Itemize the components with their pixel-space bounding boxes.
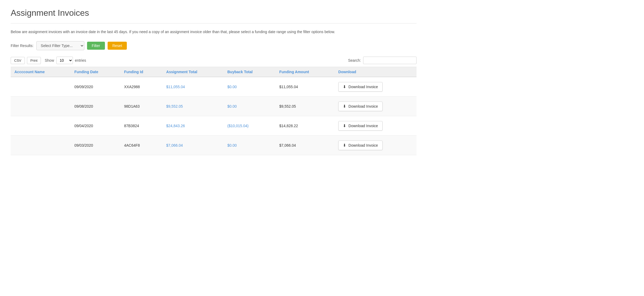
col-download: Download <box>335 67 417 77</box>
cell-download: ⬇ Download Invoice <box>335 136 417 155</box>
reset-button[interactable]: Reset <box>108 42 127 50</box>
col-funding-date: Funding Date <box>71 67 120 77</box>
divider <box>11 23 417 24</box>
filter-button[interactable]: Filter <box>87 42 105 50</box>
description-text: Below are assignment invoices with an in… <box>11 29 417 35</box>
cell-funding-id: 4AC64F8 <box>120 136 163 155</box>
download-invoice-button[interactable]: ⬇ Download Invoice <box>338 141 383 150</box>
cell-funding-date: 09/03/2020 <box>71 136 120 155</box>
page-title: Assignment Invoices <box>11 8 417 18</box>
page-container: Assignment Invoices Below are assignment… <box>0 0 427 163</box>
cell-funding-id: 87B3824 <box>120 116 163 136</box>
table-row: 09/04/2020 87B3824 $24,843.26 ($10,015.0… <box>11 116 417 136</box>
buyback-total-link[interactable]: $0.00 <box>227 143 237 147</box>
cell-buyback-total: $0.00 <box>224 136 276 155</box>
cell-funding-amount: $7,066.04 <box>276 136 335 155</box>
table-controls: CSV Print Show 10 25 50 100 entries Sear… <box>11 57 417 64</box>
table-row: 09/09/2020 XXA2988 $11,055.04 $0.00 $11,… <box>11 77 417 97</box>
cell-download: ⬇ Download Invoice <box>335 116 417 136</box>
filter-type-select[interactable]: Select Filter Type... <box>36 41 84 50</box>
download-invoice-button[interactable]: ⬇ Download Invoice <box>338 121 383 131</box>
cell-download: ⬇ Download Invoice <box>335 77 417 97</box>
table-controls-right: Search: <box>348 57 417 64</box>
download-button-label: Download Invoice <box>348 124 378 128</box>
entries-select[interactable]: 10 25 50 100 <box>56 57 73 64</box>
cell-funding-date: 09/04/2020 <box>71 116 120 136</box>
assignment-total-link[interactable]: $24,843.26 <box>166 124 185 128</box>
download-icon: ⬇ <box>343 104 346 109</box>
cell-account-name <box>11 116 71 136</box>
cell-assignment-total: $24,843.26 <box>163 116 224 136</box>
assignment-total-link[interactable]: $9,552.05 <box>166 104 183 108</box>
search-label: Search: <box>348 58 361 63</box>
table-header: Accccount Name Funding Date Funding Id A… <box>11 67 417 77</box>
download-button-label: Download Invoice <box>348 85 378 89</box>
download-invoice-button[interactable]: ⬇ Download Invoice <box>338 82 383 92</box>
download-invoice-button[interactable]: ⬇ Download Invoice <box>338 102 383 111</box>
cell-funding-date: 09/08/2020 <box>71 97 120 116</box>
cell-buyback-total: ($10,015.04) <box>224 116 276 136</box>
cell-account-name <box>11 77 71 97</box>
entries-text: entries <box>75 58 86 63</box>
download-icon: ⬇ <box>343 123 346 128</box>
cell-buyback-total: $0.00 <box>224 77 276 97</box>
buyback-total-link[interactable]: ($10,015.04) <box>227 124 249 128</box>
download-icon: ⬇ <box>343 84 346 89</box>
csv-button[interactable]: CSV <box>11 57 25 64</box>
download-icon: ⬇ <box>343 143 346 148</box>
print-button[interactable]: Print <box>27 57 41 64</box>
cell-funding-amount: $9,552.05 <box>276 97 335 116</box>
buyback-total-link[interactable]: $0.00 <box>227 104 237 108</box>
col-assignment-total: Assignment Total <box>163 67 224 77</box>
cell-account-name <box>11 97 71 116</box>
cell-assignment-total: $7,066.04 <box>163 136 224 155</box>
col-funding-amount: Funding Amount <box>276 67 335 77</box>
cell-account-name <box>11 136 71 155</box>
col-account-name: Accccount Name <box>11 67 71 77</box>
cell-assignment-total: $11,055.04 <box>163 77 224 97</box>
search-input[interactable] <box>363 57 417 64</box>
invoices-table: Accccount Name Funding Date Funding Id A… <box>11 67 417 155</box>
cell-buyback-total: $0.00 <box>224 97 276 116</box>
col-buyback-total: Buyback Total <box>224 67 276 77</box>
table-row: 09/03/2020 4AC64F8 $7,066.04 $0.00 $7,06… <box>11 136 417 155</box>
table-controls-left: CSV Print Show 10 25 50 100 entries <box>11 57 86 64</box>
assignment-total-link[interactable]: $11,055.04 <box>166 85 185 89</box>
download-button-label: Download Invoice <box>348 104 378 108</box>
table-row: 09/08/2020 98D1A63 $9,552.05 $0.00 $9,55… <box>11 97 417 116</box>
assignment-total-link[interactable]: $7,066.04 <box>166 143 183 147</box>
buyback-total-link[interactable]: $0.00 <box>227 85 237 89</box>
cell-funding-amount: $14,828.22 <box>276 116 335 136</box>
filter-label: Filter Results: <box>11 44 34 48</box>
cell-assignment-total: $9,552.05 <box>163 97 224 116</box>
download-button-label: Download Invoice <box>348 143 378 147</box>
col-funding-id: Funding Id <box>120 67 163 77</box>
cell-download: ⬇ Download Invoice <box>335 97 417 116</box>
table-body: 09/09/2020 XXA2988 $11,055.04 $0.00 $11,… <box>11 77 417 155</box>
show-label: Show <box>45 58 54 63</box>
cell-funding-amount: $11,055.04 <box>276 77 335 97</box>
header-row: Accccount Name Funding Date Funding Id A… <box>11 67 417 77</box>
filter-row: Filter Results: Select Filter Type... Fi… <box>11 41 417 50</box>
cell-funding-id: 98D1A63 <box>120 97 163 116</box>
cell-funding-id: XXA2988 <box>120 77 163 97</box>
cell-funding-date: 09/09/2020 <box>71 77 120 97</box>
